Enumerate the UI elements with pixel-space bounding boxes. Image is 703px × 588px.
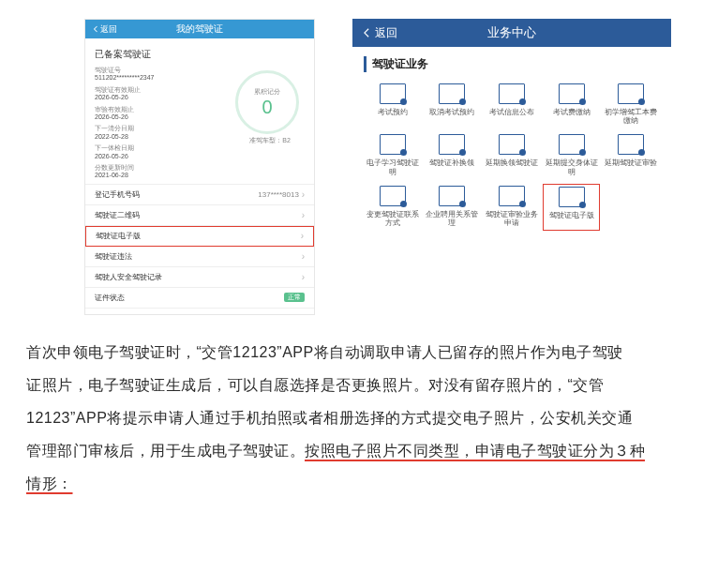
article-line: 证照片，电子驾驶证生成后，可以自愿选择是否更换照片。对没有留存照片的，“交管 [26,369,675,401]
service-icon [380,186,406,206]
p1-item-elicense[interactable]: 驾驶证电子版 › [85,226,314,247]
article-body: 首次申领电子驾驶证时，“交管12123”APP将自动调取申请人已留存的照片作为电… [0,326,703,501]
ring-caption: 准驾车型：B2 [249,136,291,145]
p2-service-label: 驾驶证电子版 [549,211,594,228]
service-icon [499,134,525,155]
p2-service-label: 延期换领驾驶证 [486,158,538,175]
chevron-right-icon: › [299,189,305,200]
p2-service-label: 考试预约 [378,108,408,125]
article-underlined: 情形： [26,475,73,491]
p2-service-label: 变更驾驶证联系方式 [366,210,419,227]
p1-info-4: 下一体检日期 2026-05-26 [95,144,235,160]
p2-back-label: 返回 [375,25,397,41]
chevron-left-icon [360,26,373,39]
service-icon [380,83,406,104]
service-icon [559,187,585,207]
p2-service-item[interactable]: 驾驶证审验业务申请 [483,184,541,231]
p2-services-grid: 考试预约取消考试预约考试信息公布考试费缴纳初学增驾工本费缴纳电子学习驾驶证明驾驶… [364,82,660,231]
service-icon [618,83,644,104]
p1-item-violation[interactable]: 驾驶证违法 › [85,247,314,267]
p2-service-label: 驾驶证补换领 [429,158,474,175]
p2-service-item[interactable]: 驾驶证补换领 [424,132,482,177]
p2-service-label: 考试信息公布 [489,108,534,125]
service-icon [499,186,525,206]
p1-item-status: 证件状态 正常 [85,288,314,309]
p1-menu-list: 登记手机号码 137****8013 › 驾驶证二维码 › 驾驶证电子版 › 驾… [85,184,314,309]
service-icon [618,134,644,155]
p2-service-label: 初学增驾工本费缴纳 [605,108,657,125]
p1-back-button[interactable]: 返回 [91,23,117,36]
p2-service-item[interactable]: 延期提交身体证明 [543,132,601,177]
p2-service-label: 延期驾驶证审验 [605,158,657,175]
p1-item-safety-record[interactable]: 驾驶人安全驾驶记录 › [85,267,314,288]
p1-info-5: 分数更新时间 2021-06-28 [95,164,235,180]
p2-section-title: 驾驶证业务 [364,56,660,72]
p2-service-item[interactable]: 取消考试预约 [424,82,482,127]
p2-service-item[interactable]: 延期驾驶证审验 [602,132,660,177]
p2-service-label: 电子学习驾驶证明 [366,158,419,175]
p1-title: 我的驾驶证 [176,23,223,36]
article-line: 首次申领电子驾驶证时，“交管12123”APP将自动调取申请人已留存的照片作为电… [26,336,675,369]
service-icon [559,83,585,104]
p2-service-item[interactable]: 企业聘用关系管理 [424,184,482,231]
p2-service-item[interactable]: 初学增驾工本费缴纳 [602,82,660,127]
points-ring: 累积记分 0 [235,70,299,134]
p2-service-item[interactable]: 考试预约 [364,82,422,127]
status-badge: 正常 [284,293,305,302]
phone-screenshot-my-license: 返回 我的驾驶证 已备案驾驶证 驾驶证号 511202*********2347… [84,19,315,315]
p2-service-label: 企业聘用关系管理 [426,210,478,227]
p2-service-item[interactable]: 延期换领驾驶证 [483,132,541,177]
p1-info-3: 下一清分日期 2022-05-28 [95,125,235,141]
chevron-right-icon: › [302,251,305,262]
p2-title: 业务中心 [487,24,536,41]
p2-back-button[interactable]: 返回 [360,25,397,41]
p1-item-qrcode[interactable]: 驾驶证二维码 › [85,205,314,226]
service-icon [380,134,406,155]
chevron-left-icon [91,24,100,34]
p1-header: 返回 我的驾驶证 [85,20,314,38]
article-line: 12123”APP将提示申请人通过手机拍照或者相册选择的方式提交电子照片，公安机… [26,401,675,434]
service-icon [439,83,465,104]
p1-item-phone[interactable]: 登记手机号码 137****8013 › [85,185,314,205]
service-icon [439,186,465,206]
p2-service-label: 驾驶证审验业务申请 [486,210,538,227]
p2-service-item[interactable]: 考试费缴纳 [543,82,601,127]
service-icon [499,83,525,104]
p2-service-label: 取消考试预约 [429,108,474,125]
p1-info-0: 驾驶证号 511202*********2347 [95,67,235,83]
chevron-right-icon: › [301,231,304,241]
p2-service-label: 考试费缴纳 [553,108,591,125]
service-icon [559,134,585,155]
phone-screenshot-service-center: 返回 业务中心 驾驶证业务 考试预约取消考试预约考试信息公布考试费缴纳初学增驾工… [352,19,671,234]
p2-service-item[interactable]: 考试信息公布 [483,82,541,127]
p2-service-item[interactable]: 电子学习驾驶证明 [364,132,422,177]
p2-service-label: 延期提交身体证明 [546,158,598,175]
article-line: 情形： [26,467,675,500]
p2-service-item[interactable]: 驾驶证电子版 [543,184,601,231]
p2-header: 返回 业务中心 [352,19,671,47]
p1-info-1: 驾驶证有效期止 2026-05-26 [95,86,235,102]
service-icon [439,134,465,155]
p2-service-item[interactable]: 变更驾驶证联系方式 [364,184,422,231]
article-line: 管理部门审核后，用于生成电子驾驶证。按照电子照片不同类型，申请电子驾驶证分为３种 [26,434,675,467]
chevron-right-icon: › [302,210,305,220]
p1-info-2: 审验有效期止 2026-05-26 [95,106,235,122]
p1-section-title: 已备案驾驶证 [85,44,314,67]
p1-back-label: 返回 [100,23,117,36]
chevron-right-icon: › [302,272,305,282]
article-underlined: 按照电子照片不同类型，申请电子驾驶证分为３种 [305,443,645,459]
